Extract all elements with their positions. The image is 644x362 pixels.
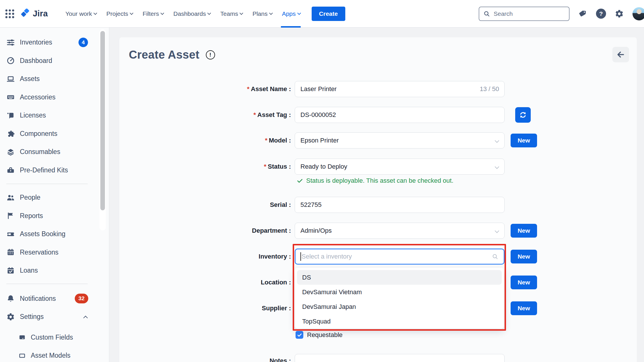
- model-select[interactable]: Epson Printer: [295, 132, 505, 149]
- sidebar-item-custom-fields[interactable]: Custom Fields: [0, 328, 109, 347]
- chevron-down-icon: [495, 165, 499, 169]
- sidebar-item-assets[interactable]: Assets: [0, 70, 109, 88]
- requestable-label: Requestable: [307, 331, 343, 339]
- sidebar-item-assets-booking[interactable]: Assets Booking: [0, 225, 109, 243]
- required-marker: *: [264, 163, 267, 170]
- new-inventory-button[interactable]: New: [511, 250, 537, 263]
- question-mark-icon: ?: [596, 9, 606, 19]
- laptop-icon: [6, 75, 15, 83]
- puzzle-icon: [6, 129, 15, 138]
- primary-nav: Your work Projects Filters Dashboards Te…: [60, 0, 305, 28]
- text-cursor: [300, 252, 301, 261]
- notes-label: Notes :: [132, 353, 291, 362]
- status-deployable-message: Status is deployable. This asset can be …: [296, 177, 453, 184]
- chevron-down-icon: [297, 11, 301, 15]
- chevron-down-icon: [239, 11, 243, 15]
- scrollbar-thumb[interactable]: [100, 31, 105, 210]
- inventory-option[interactable]: TopSquad: [297, 314, 502, 329]
- jira-create-asset-page: Jira Your work Projects Filters Dashboar…: [0, 0, 644, 362]
- regenerate-tag-button[interactable]: [515, 107, 531, 123]
- global-search-input[interactable]: Search: [479, 7, 570, 21]
- asset-tag-input[interactable]: DS-0000052: [295, 107, 505, 123]
- user-avatar[interactable]: [632, 7, 644, 20]
- sidebar-item-people[interactable]: People: [0, 188, 109, 207]
- page-title-row: Create Asset !: [129, 48, 215, 61]
- nav-teams[interactable]: Teams: [215, 0, 248, 28]
- notes-textarea[interactable]: [295, 354, 505, 362]
- nav-filters[interactable]: Filters: [138, 0, 168, 28]
- sidebar-scrollbar[interactable]: [99, 29, 106, 230]
- supplier-label: Supplier :: [132, 300, 291, 316]
- new-model-button[interactable]: New: [511, 134, 537, 147]
- create-button[interactable]: Create: [312, 7, 345, 21]
- chevron-down-icon: [495, 229, 499, 233]
- new-location-button[interactable]: New: [511, 276, 537, 289]
- nav-dashboards[interactable]: Dashboards: [168, 0, 215, 28]
- chevron-down-icon: [207, 11, 211, 15]
- inventory-option[interactable]: DevSamurai Vietnam: [297, 285, 502, 299]
- asset-name-input[interactable]: Laser Printer 13 / 50: [295, 81, 505, 97]
- ticket-icon: [6, 230, 15, 238]
- sidebar-item-licenses[interactable]: Licenses: [0, 106, 109, 125]
- serial-input[interactable]: 522755: [295, 197, 505, 213]
- back-button[interactable]: [612, 47, 629, 62]
- department-select[interactable]: Admin/Ops: [295, 223, 505, 239]
- sidebar-item-components[interactable]: Components: [0, 125, 109, 143]
- chevron-down-icon: [160, 11, 164, 15]
- settings-button[interactable]: [615, 9, 624, 18]
- sidebar-item-inventories[interactable]: Inventories 4: [0, 33, 109, 52]
- sidebar-item-notifications[interactable]: Notifications 32: [0, 290, 109, 308]
- status-select[interactable]: Ready to Deploy: [295, 159, 505, 175]
- requestable-checkbox[interactable]: [296, 331, 303, 339]
- toolbox-icon: [6, 166, 15, 174]
- notifications-count-badge: 32: [75, 294, 88, 303]
- arrow-left-icon: [616, 50, 625, 59]
- sidebar-item-reports[interactable]: Reports: [0, 207, 109, 225]
- top-navigation-bar: Jira Your work Projects Filters Dashboar…: [0, 0, 644, 28]
- search-icon: [483, 10, 490, 17]
- help-button[interactable]: ?: [596, 9, 606, 19]
- sidebar-item-settings[interactable]: Settings: [0, 308, 109, 326]
- nav-apps[interactable]: Apps: [277, 0, 305, 28]
- nav-plans[interactable]: Plans: [248, 0, 277, 28]
- jira-logo[interactable]: Jira: [20, 9, 48, 19]
- tag-icon: [578, 9, 587, 18]
- serial-label: Serial :: [132, 197, 291, 213]
- inventory-option[interactable]: DS: [297, 270, 502, 285]
- new-supplier-button[interactable]: New: [511, 301, 537, 315]
- sidebar-divider: [6, 284, 88, 284]
- sidebar-item-asset-models[interactable]: Asset Models: [0, 346, 109, 362]
- calendar-check-icon: [6, 266, 15, 275]
- jira-mark-icon: [20, 9, 30, 19]
- nav-your-work[interactable]: Your work: [60, 0, 101, 28]
- check-icon: [297, 332, 302, 338]
- sidebar-item-reservations[interactable]: Reservations: [0, 243, 109, 262]
- chevron-up-icon: [83, 316, 88, 320]
- card-icon: [18, 334, 26, 341]
- keyboard-icon: [6, 93, 15, 101]
- sidebar-item-loans[interactable]: Loans: [0, 261, 109, 280]
- check-icon: [296, 177, 303, 184]
- chevron-down-icon: [269, 11, 273, 15]
- gear-icon: [6, 313, 15, 321]
- nav-projects[interactable]: Projects: [101, 0, 138, 28]
- page-title: Create Asset: [129, 48, 200, 61]
- gauge-icon: [6, 56, 15, 65]
- layers-icon: [6, 148, 15, 156]
- sidebar-item-pre-defined-kits[interactable]: Pre-Defined Kits: [0, 161, 109, 180]
- header-right-group: Search ?: [479, 7, 644, 21]
- sidebar-item-accessories[interactable]: Accessories: [0, 88, 109, 107]
- info-icon[interactable]: !: [206, 50, 215, 59]
- asset-tag-label: *Asset Tag :: [132, 107, 291, 123]
- search-icon: [492, 253, 499, 260]
- location-label: Location :: [132, 274, 291, 290]
- plugin-sidebar: Inventories 4 Dashboard Assets: [0, 28, 109, 362]
- inventory-option[interactable]: DevSamurai Japan: [297, 299, 502, 314]
- sidebar-item-consumables[interactable]: Consumables: [0, 143, 109, 161]
- inventory-search-input[interactable]: Select a inventory: [295, 249, 505, 265]
- tag-button[interactable]: [578, 9, 587, 18]
- app-switcher-icon[interactable]: [4, 8, 16, 20]
- sidebar-item-dashboard[interactable]: Dashboard: [0, 52, 109, 70]
- new-department-button[interactable]: New: [511, 224, 537, 238]
- chevron-down-icon: [93, 11, 97, 15]
